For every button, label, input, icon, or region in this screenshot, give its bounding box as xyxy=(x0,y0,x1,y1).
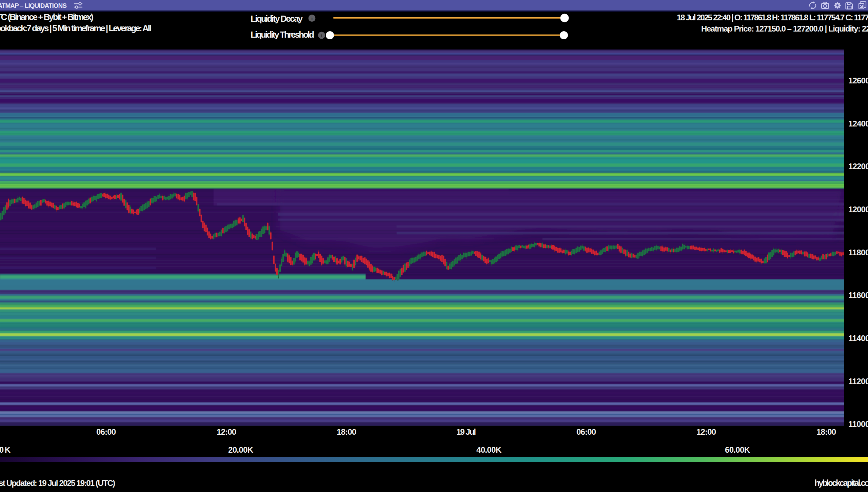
svg-text:122000: 122000 xyxy=(848,162,868,171)
svg-text:06:00: 06:00 xyxy=(576,427,596,436)
svg-text:18:00: 18:00 xyxy=(816,427,836,436)
svg-text:19 Jul: 19 Jul xyxy=(456,427,476,436)
svg-text:20.00K: 20.00K xyxy=(228,445,254,454)
svg-text:Liquidity Threshold: Liquidity Threshold xyxy=(251,29,314,40)
svg-text:124000: 124000 xyxy=(848,119,868,128)
svg-text:118000: 118000 xyxy=(848,248,868,257)
svg-text:116000: 116000 xyxy=(848,291,868,300)
svg-text:Liquidity Decay: Liquidity Decay xyxy=(251,14,303,24)
svg-text:i: i xyxy=(321,33,322,38)
svg-text:Last Updated: 19 Jul 2025 19:0: Last Updated: 19 Jul 2025 19:01 (UTC) xyxy=(0,478,115,488)
svg-text:12:00: 12:00 xyxy=(696,427,716,436)
svg-text:18 Jul 2025 22:40 | O: 117861.: 18 Jul 2025 22:40 | O: 117861.8 H: 11786… xyxy=(677,13,868,22)
svg-text:HEATMAP – LIQUIDATIONS: HEATMAP – LIQUIDATIONS xyxy=(0,2,67,9)
svg-text:112000: 112000 xyxy=(848,377,868,386)
svg-text:40.00K: 40.00K xyxy=(476,445,502,454)
svg-text:18:00: 18:00 xyxy=(337,427,356,436)
svg-text:126000: 126000 xyxy=(848,76,868,85)
svg-text:120000: 120000 xyxy=(848,205,868,214)
svg-text:Lookback:7 days | 5 Min timefr: Lookback:7 days | 5 Min timeframe | Leve… xyxy=(0,23,152,33)
svg-text:06:00: 06:00 xyxy=(96,427,116,436)
svg-text:0.00K: 0.00K xyxy=(0,445,11,454)
svg-text:i: i xyxy=(311,16,313,21)
svg-text:BTC (Binance + Bybit + Bitmex): BTC (Binance + Bybit + Bitmex) xyxy=(0,12,94,22)
svg-text:hyblockcapital.com: hyblockcapital.com xyxy=(814,478,868,488)
svg-text:110000: 110000 xyxy=(848,419,868,429)
svg-text:Heatmap Price: 127150.0 – 1272: Heatmap Price: 127150.0 – 127200.0 | Liq… xyxy=(701,24,868,33)
svg-text:60.00K: 60.00K xyxy=(725,445,750,454)
svg-text:114000: 114000 xyxy=(848,334,868,343)
svg-text:12:00: 12:00 xyxy=(217,427,236,436)
